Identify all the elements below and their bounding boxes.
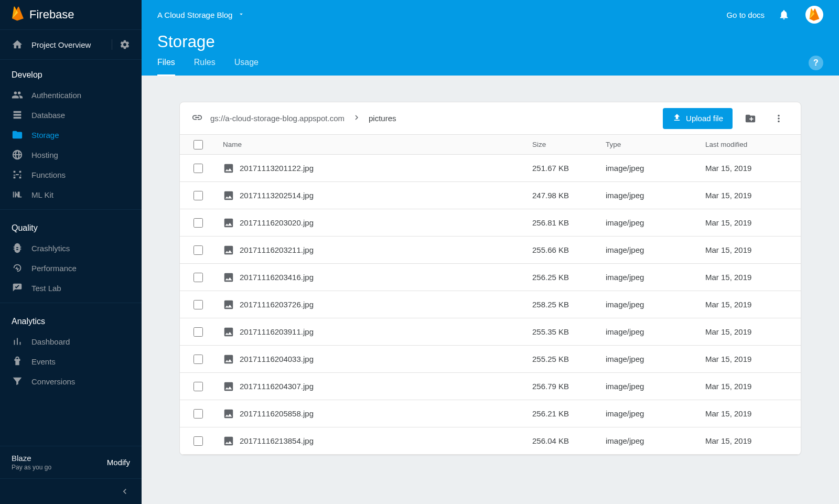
column-name[interactable]: Name <box>223 141 532 148</box>
sidebar-item-dashboard[interactable]: Dashboard <box>0 331 142 351</box>
project-switcher[interactable]: A Cloud Storage Blog <box>157 10 245 19</box>
content-area: gs://a-cloud-storage-blog.appspot.com pi… <box>142 76 839 504</box>
sidebar-item-crashlytics[interactable]: Crashlytics <box>0 238 142 258</box>
firebase-logo-icon <box>12 6 24 24</box>
row-checkbox[interactable] <box>193 273 203 282</box>
row-checkbox[interactable] <box>193 327 203 337</box>
column-modified[interactable]: Last modified <box>705 141 789 148</box>
crash-icon <box>12 242 24 254</box>
file-name: 20171116204307.jpg <box>240 382 314 391</box>
table-row[interactable]: 20171113202514.jpg247.98 KBimage/jpegMar… <box>180 182 801 209</box>
table-row[interactable]: 20171116203211.jpg255.66 KBimage/jpegMar… <box>180 237 801 264</box>
file-size: 256.81 KB <box>532 218 606 227</box>
table-row[interactable]: 20171116203020.jpg256.81 KBimage/jpegMar… <box>180 209 801 237</box>
breadcrumb-current[interactable]: pictures <box>369 114 396 123</box>
sidebar-item-hosting[interactable]: Hosting <box>0 145 142 165</box>
more-menu-button[interactable] <box>768 108 789 129</box>
table-row[interactable]: 20171116213854.jpg256.04 KBimage/jpegMar… <box>180 427 801 455</box>
image-icon <box>223 353 234 365</box>
table-row[interactable]: 20171113201122.jpg251.67 KBimage/jpegMar… <box>180 155 801 182</box>
tab-rules[interactable]: Rules <box>194 58 216 76</box>
select-all-checkbox[interactable] <box>193 140 203 149</box>
sidebar-item-label: Authentication <box>31 91 81 100</box>
sidebar-item-authentication[interactable]: Authentication <box>0 85 142 105</box>
path-toolbar: gs://a-cloud-storage-blog.appspot.com pi… <box>180 102 801 135</box>
sidebar-item-test-lab[interactable]: Test Lab <box>0 278 142 298</box>
file-type: image/jpeg <box>606 218 705 227</box>
project-overview[interactable]: Project Overview <box>0 29 142 60</box>
row-checkbox[interactable] <box>193 300 203 309</box>
file-size: 256.21 KB <box>532 409 606 418</box>
events-icon <box>12 356 24 367</box>
image-icon <box>223 217 234 229</box>
section-quality: Quality <box>0 213 142 238</box>
row-checkbox[interactable] <box>193 409 203 419</box>
tabs: FilesRulesUsage <box>157 58 809 76</box>
header: A Cloud Storage Blog Go to docs Storage … <box>142 0 839 76</box>
table-row[interactable]: 20171116203726.jpg258.25 KBimage/jpegMar… <box>180 291 801 318</box>
sidebar-item-label: Hosting <box>31 151 58 159</box>
breadcrumb-root[interactable]: gs://a-cloud-storage-blog.appspot.com <box>210 114 345 123</box>
files-card: gs://a-cloud-storage-blog.appspot.com pi… <box>179 102 801 455</box>
sidebar-item-label: Test Lab <box>31 284 61 293</box>
table-row[interactable]: 20171116203911.jpg255.35 KBimage/jpegMar… <box>180 318 801 346</box>
file-name: 20171116203726.jpg <box>240 300 314 309</box>
sidebar-item-storage[interactable]: Storage <box>0 125 142 145</box>
file-size: 251.67 KB <box>532 164 606 173</box>
row-checkbox[interactable] <box>193 191 203 200</box>
globe-icon <box>12 149 24 160</box>
column-size[interactable]: Size <box>532 141 606 148</box>
collapse-sidebar-button[interactable] <box>0 478 142 504</box>
file-modified: Mar 15, 2019 <box>705 191 789 200</box>
new-folder-button[interactable] <box>740 108 761 129</box>
sidebar-item-database[interactable]: Database <box>0 105 142 125</box>
go-to-docs-link[interactable]: Go to docs <box>726 10 765 19</box>
column-type[interactable]: Type <box>606 141 705 148</box>
row-checkbox[interactable] <box>193 355 203 364</box>
file-modified: Mar 15, 2019 <box>705 218 789 227</box>
upload-file-button[interactable]: Upload file <box>663 108 733 129</box>
table-row[interactable]: 20171116204033.jpg255.25 KBimage/jpegMar… <box>180 346 801 373</box>
row-checkbox[interactable] <box>193 382 203 391</box>
plan-name: Blaze <box>12 454 51 463</box>
sidebar-item-label: Functions <box>31 170 66 179</box>
folder-icon <box>12 129 24 141</box>
file-size: 255.25 KB <box>532 355 606 363</box>
file-size: 256.25 KB <box>532 273 606 282</box>
row-checkbox[interactable] <box>193 245 203 255</box>
table-row[interactable]: 20171116203416.jpg256.25 KBimage/jpegMar… <box>180 264 801 291</box>
user-avatar[interactable] <box>805 6 823 24</box>
tab-usage[interactable]: Usage <box>234 58 259 76</box>
sidebar-item-events[interactable]: Events <box>0 351 142 371</box>
notifications-button[interactable] <box>778 9 790 20</box>
table-row[interactable]: 20171116205858.jpg256.21 KBimage/jpegMar… <box>180 400 801 427</box>
sidebar-item-functions[interactable]: Functions <box>0 165 142 185</box>
section-develop: Develop <box>0 60 142 85</box>
row-checkbox[interactable] <box>193 436 203 446</box>
modify-plan-button[interactable]: Modify <box>107 458 130 467</box>
section-analytics: Analytics <box>0 306 142 331</box>
file-size: 255.35 KB <box>532 327 606 336</box>
file-modified: Mar 15, 2019 <box>705 355 789 363</box>
row-checkbox[interactable] <box>193 164 203 173</box>
image-icon <box>223 163 234 174</box>
sidebar-item-conversions[interactable]: Conversions <box>0 371 142 391</box>
sidebar: Firebase Project Overview DevelopAuthent… <box>0 0 142 504</box>
tab-files[interactable]: Files <box>157 58 175 76</box>
chevron-down-icon <box>238 10 245 19</box>
project-settings-button[interactable] <box>112 39 130 50</box>
testlab-icon <box>12 282 24 294</box>
brand[interactable]: Firebase <box>0 0 142 29</box>
project-overview-label: Project Overview <box>31 40 112 49</box>
image-icon <box>223 381 234 392</box>
image-icon <box>223 408 234 420</box>
file-name: 20171113202514.jpg <box>240 191 314 200</box>
sidebar-item-ml-kit[interactable]: ML Kit <box>0 185 142 205</box>
row-checkbox[interactable] <box>193 218 203 228</box>
file-modified: Mar 15, 2019 <box>705 273 789 282</box>
table-row[interactable]: 20171116204307.jpg256.79 KBimage/jpegMar… <box>180 373 801 400</box>
sidebar-item-performance[interactable]: Performance <box>0 258 142 278</box>
sidebar-nav: DevelopAuthenticationDatabaseStorageHost… <box>0 60 142 446</box>
file-modified: Mar 15, 2019 <box>705 382 789 391</box>
help-button[interactable]: ? <box>809 56 823 70</box>
